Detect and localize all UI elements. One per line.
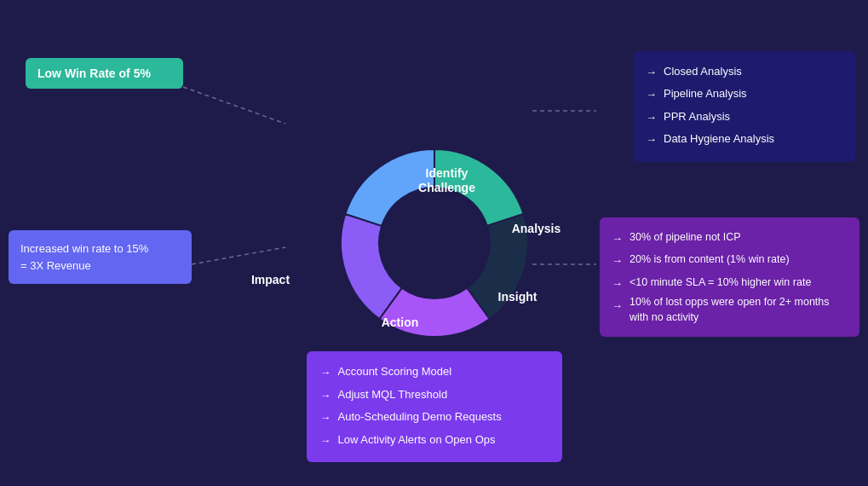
arrow-icon-12: → bbox=[320, 431, 331, 450]
donut-center bbox=[382, 190, 487, 296]
analysis-item-4: → Data Hygiene Analysis bbox=[646, 129, 843, 149]
arrow-icon-8: → bbox=[612, 296, 623, 315]
arrow-icon-4: → bbox=[646, 130, 657, 149]
analysis-item-1: → Closed Analysis bbox=[646, 61, 843, 82]
insight-item-4: → 10% of lost opps were open for 2+ mont… bbox=[612, 295, 848, 325]
action-item-1: → Account Scoring Model bbox=[320, 362, 549, 382]
page-container: IdentifyChallenge Analysis Insight Actio… bbox=[0, 0, 868, 486]
impact-line2: = 3X Revenue bbox=[20, 257, 180, 275]
arrow-icon-10: → bbox=[320, 385, 331, 405]
arrow-icon-2: → bbox=[646, 84, 657, 104]
donut-chart: IdentifyChallenge Analysis Insight Actio… bbox=[315, 124, 554, 362]
arrow-icon-9: → bbox=[320, 362, 331, 382]
analysis-item-3: → PPR Analysis bbox=[646, 107, 843, 127]
arrow-icon-7: → bbox=[612, 274, 623, 293]
impact-line1: Increased win rate to 15% bbox=[20, 240, 180, 257]
insight-item-2: → 20% is from content (1% win rate) bbox=[612, 250, 848, 270]
svg-line-0 bbox=[183, 87, 285, 124]
callout-bottom-center: → Account Scoring Model → Adjust MQL Thr… bbox=[307, 351, 562, 462]
callout-bottom-left: Increased win rate to 15% = 3X Revenue bbox=[9, 230, 192, 284]
action-item-3: → Auto-Scheduling Demo Requests bbox=[320, 407, 549, 427]
arrow-icon-1: → bbox=[646, 62, 657, 82]
callout-bottom-right: → 30% of pipeline not ICP → 20% is from … bbox=[600, 217, 859, 337]
donut-svg-2 bbox=[315, 124, 554, 362]
label-impact: Impact bbox=[237, 273, 305, 286]
arrow-icon-11: → bbox=[320, 408, 331, 427]
insight-item-1: → 30% of pipeline not ICP bbox=[612, 228, 848, 248]
callout-top-right: → Closed Analysis → Pipeline Analysis → … bbox=[634, 51, 855, 162]
insight-item-3: → <10 minute SLA = 10% higher win rate bbox=[612, 273, 848, 293]
arrow-icon-3: → bbox=[646, 107, 657, 127]
callout-top-left: Low Win Rate of 5% bbox=[26, 58, 183, 89]
svg-line-1 bbox=[192, 247, 285, 264]
action-item-2: → Adjust MQL Threshold bbox=[320, 385, 549, 405]
arrow-icon-5: → bbox=[612, 229, 623, 248]
arrow-icon-6: → bbox=[612, 251, 623, 270]
action-item-4: → Low Activity Alerts on Open Ops bbox=[320, 430, 549, 450]
analysis-item-2: → Pipeline Analysis bbox=[646, 84, 843, 104]
